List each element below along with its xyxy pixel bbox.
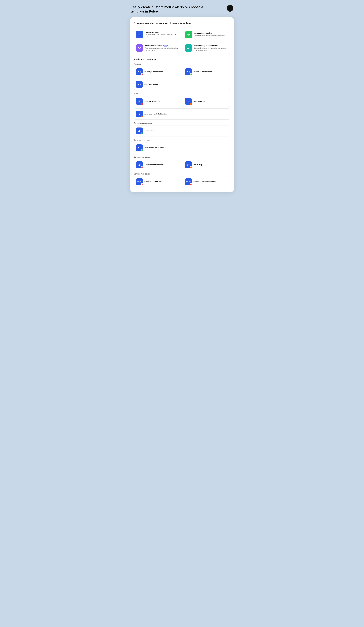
metric-alert-title: New metric alert bbox=[145, 31, 179, 33]
fraud-single-row: ! Abnormal install distribution bbox=[134, 108, 230, 119]
svg-line-9 bbox=[140, 48, 140, 49]
campaign-perf-drop-label: Campaign performance drop bbox=[194, 181, 216, 183]
badge-excl-click: ! bbox=[190, 103, 192, 105]
badge-minus-fraud bbox=[141, 103, 143, 105]
category-label-fraud: Fraud bbox=[134, 93, 230, 95]
svg-text:!: ! bbox=[142, 116, 142, 117]
template-active-users[interactable]: Active users bbox=[134, 125, 230, 136]
modal-title: Create a new alert or rule, or choose a … bbox=[134, 22, 191, 25]
cohorted-single-row: D7 D7 retention rate increase bbox=[134, 142, 230, 154]
option-connection-alert[interactable]: New connection alert Get a notification … bbox=[183, 29, 230, 41]
page-title: Easily create custom metric alerts or ch… bbox=[131, 5, 208, 14]
badge-chart-down bbox=[190, 183, 192, 186]
category-label-campaign-performance: Campaign performance bbox=[134, 122, 230, 124]
svg-point-6 bbox=[139, 49, 140, 49]
category-label-cohorted: Cohorted performance bbox=[134, 139, 230, 141]
active-users-label: Active users bbox=[145, 130, 154, 132]
new-badge: New bbox=[163, 45, 168, 47]
campaign-spend-icon: AD$ bbox=[136, 81, 143, 88]
campaign-spend-label: Campaign spend bbox=[145, 83, 158, 85]
campaign-perf-1-label: Campaign performance bbox=[145, 71, 163, 73]
install-drop-icon: ! bbox=[185, 161, 192, 168]
template-campaign-perf-drop[interactable]: SKAN Campaign performance drop bbox=[183, 176, 230, 187]
template-campaign-perf-2[interactable]: AD$ Campaign performance bbox=[183, 66, 230, 77]
campaign-perf-2-label: Campaign performance bbox=[194, 71, 212, 73]
anomaly-alert-title: New anomaly detection alert bbox=[194, 45, 228, 47]
close-button[interactable]: × bbox=[228, 21, 230, 25]
category-label-ad-spend: Ad spend bbox=[134, 63, 230, 65]
install-drop-label: Install drop bbox=[194, 164, 202, 166]
rejected-install-label: Rejected install rate bbox=[145, 100, 160, 102]
metric-alert-icon bbox=[136, 31, 143, 38]
page-wrapper: Easily create custom metric alerts or ch… bbox=[130, 5, 234, 192]
option-anomaly-alert[interactable]: New anomaly detection alert Get a notifi… bbox=[183, 42, 230, 54]
anomaly-alert-desc: Get a notification of any unusual or une… bbox=[194, 47, 228, 52]
category-ad-spend: Ad spend AD$ Campaign performance AD$ bbox=[134, 63, 230, 90]
anomaly-alert-icon bbox=[185, 44, 192, 52]
badge-excl-abnormal: ! bbox=[141, 115, 143, 118]
category-fraud: Fraud Rejected install rate bbox=[134, 93, 230, 119]
template-abnormal-install[interactable]: ! Abnormal install distribution bbox=[134, 108, 230, 119]
svg-point-4 bbox=[138, 47, 139, 48]
template-click-spam[interactable]: ! Click spam alert bbox=[183, 96, 230, 107]
template-d7-retention[interactable]: D7 D7 retention rate increase bbox=[134, 142, 230, 154]
badge-block bbox=[141, 183, 143, 186]
page-header: Easily create custom metric alerts or ch… bbox=[130, 5, 234, 14]
connection-alert-icon bbox=[185, 31, 192, 38]
conversion-null-icon: SKAN bbox=[136, 178, 143, 185]
modal: Create a new alert or rule, or choose a … bbox=[130, 17, 234, 192]
campaign-perf-single-row: Active users bbox=[134, 125, 230, 136]
svg-point-19 bbox=[139, 164, 140, 165]
template-install-drop[interactable]: ! Install drop bbox=[183, 159, 230, 170]
option-automation-rule[interactable]: New automation rule New Automatically ma… bbox=[134, 42, 181, 54]
badge-minus bbox=[141, 73, 143, 76]
svg-point-17 bbox=[139, 130, 140, 131]
section-templates-label: Metric alert templates bbox=[134, 58, 230, 60]
connection-alert-title: New connection alert bbox=[194, 32, 228, 34]
rejected-install-icon bbox=[136, 98, 143, 105]
campaign-perf-2-icon: AD$ bbox=[185, 68, 192, 75]
config-grid-1: ! App released in sandbox ! bbox=[134, 159, 230, 170]
svg-text:A: A bbox=[229, 7, 230, 10]
badge-check bbox=[190, 73, 192, 76]
abnormal-install-icon: ! bbox=[136, 110, 143, 117]
category-campaign-performance: Campaign performance Active users bbox=[134, 122, 230, 136]
ad-spend-single-row: AD$ Campaign spend bbox=[134, 79, 230, 90]
conversion-null-label: Conversion value null bbox=[145, 181, 161, 183]
svg-line-8 bbox=[139, 48, 139, 49]
template-rejected-install[interactable]: Rejected install rate bbox=[134, 96, 181, 107]
app-sandbox-icon: ! bbox=[136, 161, 143, 168]
logo: A bbox=[227, 5, 233, 12]
automation-rule-icon bbox=[136, 44, 143, 52]
template-conversion-null[interactable]: SKAN Conversion value null bbox=[134, 176, 181, 187]
automation-rule-desc: Automatically manage your campaigns base… bbox=[145, 47, 179, 52]
category-label-config-1: Configuration issues bbox=[134, 156, 230, 158]
svg-point-3 bbox=[188, 34, 189, 35]
svg-point-5 bbox=[140, 47, 141, 48]
d7-retention-icon: D7 bbox=[136, 144, 143, 151]
abnormal-install-label: Abnormal install distribution bbox=[145, 113, 167, 115]
template-campaign-perf-1[interactable]: AD$ Campaign performance bbox=[134, 66, 181, 77]
active-users-icon bbox=[136, 127, 143, 134]
svg-text:!: ! bbox=[191, 104, 191, 105]
category-config-issues-2: Configuration issues SKAN Conversion val… bbox=[134, 173, 230, 187]
ad-spend-grid: AD$ Campaign performance AD$ Campai bbox=[134, 66, 230, 77]
connection-alert-desc: Get a notification if there's a connecti… bbox=[194, 35, 228, 37]
svg-text:!: ! bbox=[191, 167, 191, 168]
badge-excl-sandbox: ! bbox=[141, 166, 143, 168]
config-grid-2: SKAN Conversion value null SKAN Cam bbox=[134, 176, 230, 187]
template-campaign-spend[interactable]: AD$ Campaign spend bbox=[134, 79, 230, 90]
badge-chart-d7 bbox=[141, 149, 143, 152]
campaign-perf-1-icon: AD$ bbox=[136, 68, 143, 75]
app-sandbox-label: App released in sandbox bbox=[145, 164, 164, 166]
click-spam-icon: ! bbox=[185, 98, 192, 105]
badge-chart-active bbox=[141, 132, 143, 135]
click-spam-label: Click spam alert bbox=[194, 100, 206, 102]
badge-excl-install-drop: ! bbox=[190, 166, 192, 168]
top-options-grid: New metric alert Get a notification when… bbox=[134, 29, 230, 54]
automation-rule-title: New automation rule New bbox=[145, 45, 179, 47]
category-label-config-2: Configuration issues bbox=[134, 173, 230, 175]
template-app-sandbox[interactable]: ! App released in sandbox bbox=[134, 159, 181, 170]
option-metric-alert[interactable]: New metric alert Get a notification when… bbox=[134, 29, 181, 41]
campaign-perf-drop-icon: SKAN bbox=[185, 178, 192, 185]
